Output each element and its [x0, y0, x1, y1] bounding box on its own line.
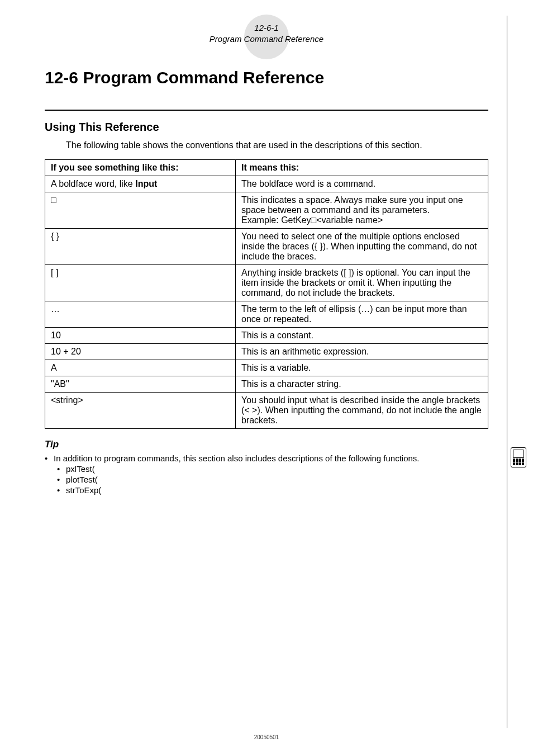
table-row: …The term to the left of ellipsis (…) ca… — [45, 301, 488, 328]
table-cell-left: … — [45, 301, 236, 328]
table-cell-left: [ ] — [45, 265, 236, 301]
table-cell-left: { } — [45, 229, 236, 265]
conventions-table: If you see something like this: It means… — [45, 159, 488, 429]
table-cell-right: The term to the left of ellipsis (…) can… — [235, 301, 488, 328]
table-cell-left: <string> — [45, 393, 236, 429]
tip-body: • In addition to program commands, this … — [45, 453, 488, 495]
table-cell-right: This is a variable. — [235, 360, 488, 376]
tip-label: Tip — [45, 439, 488, 450]
tip-lead-text: In addition to program commands, this se… — [54, 453, 420, 463]
table-cell-right: This is a constant. — [235, 328, 488, 344]
table-row: AThis is a variable. — [45, 360, 488, 376]
table-cell-left: 10 — [45, 328, 236, 344]
bullet-dot-icon: • — [57, 464, 66, 474]
table-head-right: It means this: — [235, 160, 488, 176]
table-cell-left: "AB" — [45, 376, 236, 393]
table-row: "AB"This is a character string. — [45, 376, 488, 393]
section-subtitle: Using This Reference — [45, 121, 488, 134]
intro-text: The following table shows the convention… — [66, 140, 488, 150]
table-cell-right: This is a character string. — [235, 376, 488, 393]
table-cell-right: Anything inside brackets ([ ]) is option… — [235, 265, 488, 301]
table-cell-left: A — [45, 360, 236, 376]
table-row: 10 + 20This is an arithmetic expression. — [45, 344, 488, 360]
table-cell-right: You should input what is described insid… — [235, 393, 488, 429]
table-cell-right: The boldface word is a command. — [235, 176, 488, 192]
tip-item-text: plotTest( — [66, 475, 98, 484]
footer-number: 20050501 — [254, 734, 279, 740]
tip-sub-item: •plotTest( — [57, 475, 488, 484]
table-row: <string>You should input what is describ… — [45, 393, 488, 429]
title-separator — [45, 110, 488, 111]
tip-item-text: pxlTest( — [66, 464, 95, 474]
tip-sub-item: •pxlTest( — [57, 464, 488, 474]
table-cell-left: □ — [45, 192, 236, 229]
table-row: 10This is a constant. — [45, 328, 488, 344]
calculator-icon — [511, 447, 526, 467]
table-row: { }You need to select one of the multipl… — [45, 229, 488, 265]
bullet-dot-icon: • — [57, 475, 66, 484]
table-head-left: If you see something like this: — [45, 160, 236, 176]
table-row: A boldface word, like InputThe boldface … — [45, 176, 488, 192]
table-cell-right: This indicates a space. Always make sure… — [235, 192, 488, 229]
header-section-num: 12-6-1 — [45, 22, 488, 34]
bullet-dot-icon: • — [57, 485, 66, 495]
table-cell-left: 10 + 20 — [45, 344, 236, 360]
bullet-dot-icon: • — [45, 453, 54, 463]
table-cell-left: A boldface word, like Input — [45, 176, 236, 192]
header-badge: 12-6-1 Program Command Reference — [45, 17, 488, 57]
tip-item-text: strToExp( — [66, 485, 101, 495]
table-row: [ ]Anything inside brackets ([ ]) is opt… — [45, 265, 488, 301]
tip-sub-item: •strToExp( — [57, 485, 488, 495]
table-cell-right: You need to select one of the multiple o… — [235, 229, 488, 265]
table-row: □This indicates a space. Always make sur… — [45, 192, 488, 229]
page-title: 12-6 Program Command Reference — [45, 68, 488, 87]
table-cell-right: This is an arithmetic expression. — [235, 344, 488, 360]
header-section-title: Program Command Reference — [45, 34, 488, 45]
page-right-rule — [507, 16, 507, 728]
